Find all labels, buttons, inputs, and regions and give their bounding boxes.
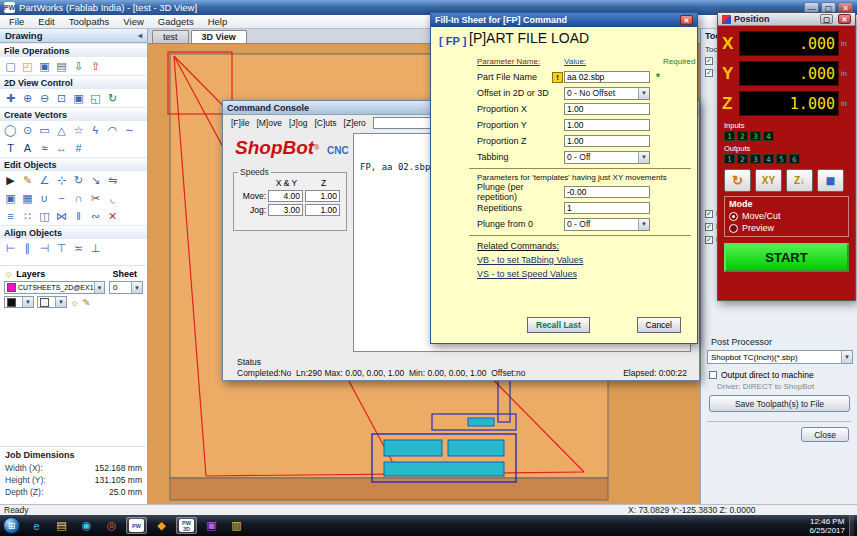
draw-arc-icon[interactable]: ◠ — [104, 122, 121, 138]
post-processor-dropdown[interactable]: Shopbot TC(Inch)(*.sbp) ▼ — [707, 350, 853, 364]
close-panel-button[interactable]: Close — [801, 427, 849, 442]
taskbar-chrome-icon[interactable]: ◎ — [101, 517, 122, 534]
pin-button[interactable]: ▢ — [820, 14, 833, 24]
taskbar-clock[interactable]: 12:46 PM 6/25/2017 — [809, 517, 849, 535]
plunge-input[interactable] — [564, 186, 650, 198]
snap-grid-icon[interactable]: # — [70, 140, 87, 156]
plunge-from-0-select[interactable]: 0 - Off ▼ — [564, 218, 650, 231]
part-file-name-input[interactable] — [564, 71, 650, 83]
move-xy-input[interactable] — [268, 190, 303, 202]
fillet-icon[interactable]: ◟ — [104, 190, 121, 206]
draw-polygon-icon[interactable]: △ — [53, 122, 70, 138]
toolpath-checkbox[interactable]: ✓ — [705, 69, 713, 77]
draw-circle-icon[interactable]: ◯ — [2, 122, 19, 138]
chevron-down-icon[interactable]: ▼ — [638, 219, 649, 230]
chevron-down-icon[interactable]: ▼ — [22, 297, 33, 307]
taskbar-partworks-3d-icon[interactable]: PW 3D — [176, 517, 197, 534]
rotate-icon[interactable]: ↻ — [70, 172, 87, 188]
export-vectors-icon[interactable]: ⇧ — [87, 58, 104, 74]
vb-command-link[interactable]: VB - to set TaBbing Values — [477, 253, 697, 267]
taskbar-internet-explorer-icon[interactable]: e — [26, 517, 47, 534]
taskbar-media-player-icon[interactable]: ◉ — [76, 517, 97, 534]
jog-xy-input[interactable] — [268, 204, 303, 216]
proportion-z-input[interactable] — [564, 135, 650, 147]
align-bottom-icon[interactable]: ⊥ — [87, 240, 104, 256]
interactive-trim-icon[interactable]: ✕ — [104, 208, 121, 224]
draw-ellipse-icon[interactable]: ⊙ — [19, 122, 36, 138]
chevron-down-icon[interactable]: ▼ — [841, 351, 852, 363]
recall-last-button[interactable]: Recall Last — [527, 317, 590, 333]
console-menu-item[interactable]: [F]ile — [231, 118, 249, 128]
zoom-selected-icon[interactable]: ◱ — [87, 90, 104, 106]
tab-3d-view[interactable]: 3D View — [191, 30, 247, 43]
zoom-in-icon[interactable]: ⊕ — [19, 90, 36, 106]
sheet-dropdown[interactable]: 0 ▼ — [109, 281, 143, 294]
mode-move-cut-radio[interactable]: Move/Cut — [729, 210, 844, 222]
draw-rectangle-icon[interactable]: ▭ — [36, 122, 53, 138]
zero-z-button[interactable]: Z↓ — [786, 169, 813, 192]
trim-icon[interactable]: ✂ — [87, 190, 104, 206]
console-menu-item[interactable]: [Z]ero — [344, 118, 366, 128]
smooth-icon[interactable]: ∾ — [87, 208, 104, 224]
align-center-icon[interactable]: ∥ — [19, 240, 36, 256]
menu-item[interactable]: View — [116, 15, 150, 28]
menu-item[interactable]: Help — [201, 15, 235, 28]
vs-command-link[interactable]: VS - to set Speed Values — [477, 267, 697, 281]
open-file-icon[interactable]: ◰ — [19, 58, 36, 74]
toolpath-checkbox[interactable]: ✓ — [705, 210, 713, 218]
file-picker-warning-button[interactable]: ! — [552, 72, 563, 83]
intersect-icon[interactable]: ∩ — [70, 190, 87, 206]
reset-spindle-button[interactable]: ↻ — [724, 169, 751, 192]
fill-color-dropdown[interactable]: ▼ — [37, 296, 67, 308]
chevron-down-icon[interactable]: ▼ — [55, 297, 66, 307]
ungroup-icon[interactable]: ▦ — [19, 190, 36, 206]
align-left-icon[interactable]: ⊢ — [2, 240, 19, 256]
move-z-input[interactable] — [305, 190, 340, 202]
console-menu-item[interactable]: [C]uts — [314, 118, 336, 128]
start-menu-button[interactable]: ⊞ — [3, 517, 20, 534]
cancel-button[interactable]: Cancel — [637, 317, 681, 333]
pan-icon[interactable]: ✚ — [2, 90, 19, 106]
taskbar-aspire-icon[interactable]: ◆ — [151, 517, 172, 534]
node-edit-icon[interactable]: ✎ — [19, 172, 36, 188]
weld-icon[interactable]: ∪ — [36, 190, 53, 206]
zoom-out-icon[interactable]: ⊖ — [36, 90, 53, 106]
taskbar-partworks-icon[interactable]: PW — [126, 517, 147, 534]
command-input[interactable] — [373, 117, 431, 129]
menu-item[interactable]: Edit — [31, 15, 61, 28]
join-vectors-icon[interactable]: ⋈ — [53, 208, 70, 224]
proportion-x-input[interactable] — [564, 103, 650, 115]
close-icon[interactable]: ✕ — [680, 15, 693, 25]
dimension-icon[interactable]: ↔ — [53, 140, 70, 156]
text-block-icon[interactable]: A — [19, 140, 36, 156]
select-icon[interactable]: ▶ — [2, 172, 19, 188]
keypad-button[interactable]: ▦ — [817, 169, 844, 192]
move-icon[interactable]: ⊹ — [53, 172, 70, 188]
group-icon[interactable]: ▣ — [2, 190, 19, 206]
save-file-icon[interactable]: ▣ — [36, 58, 53, 74]
menu-item[interactable]: File — [2, 15, 31, 28]
chevron-down-icon[interactable]: ▼ — [94, 282, 105, 293]
visibility-icon[interactable]: ☼ — [70, 297, 79, 308]
stroke-color-dropdown[interactable]: ▼ — [4, 296, 34, 308]
offset-select[interactable]: 0 - No Offset ▼ — [564, 87, 650, 100]
toolpath-checkbox[interactable]: ✓ — [705, 236, 713, 244]
align-top-icon[interactable]: ⊤ — [53, 240, 70, 256]
tab-test[interactable]: test — [152, 30, 189, 43]
zoom-window-icon[interactable]: ⊡ — [53, 90, 70, 106]
edit-layer-icon[interactable]: ✎ — [82, 297, 90, 308]
save-toolpaths-button[interactable]: Save Toolpath(s) to File — [709, 395, 850, 412]
show-desktop-button[interactable] — [849, 515, 854, 536]
zero-xy-button[interactable]: XY — [755, 169, 782, 192]
fill-in-sheet-titlebar[interactable]: Fill-In Sheet for [FP] Command ✕ — [431, 13, 697, 27]
menu-item[interactable]: Toolpaths — [62, 15, 117, 28]
new-file-icon[interactable]: ▢ — [2, 58, 19, 74]
chevron-down-icon[interactable]: ▼ — [131, 282, 142, 293]
taskbar-documents-folder-icon[interactable]: ▥ — [226, 517, 247, 534]
position-titlebar[interactable]: Position ▢ ✕ — [718, 13, 855, 26]
draw-curve-icon[interactable]: ∼ — [121, 122, 138, 138]
draw-star-icon[interactable]: ☆ — [70, 122, 87, 138]
import-vectors-icon[interactable]: ⇩ — [70, 58, 87, 74]
zoom-extents-icon[interactable]: ▣ — [70, 90, 87, 106]
scale-icon[interactable]: ↘ — [87, 172, 104, 188]
